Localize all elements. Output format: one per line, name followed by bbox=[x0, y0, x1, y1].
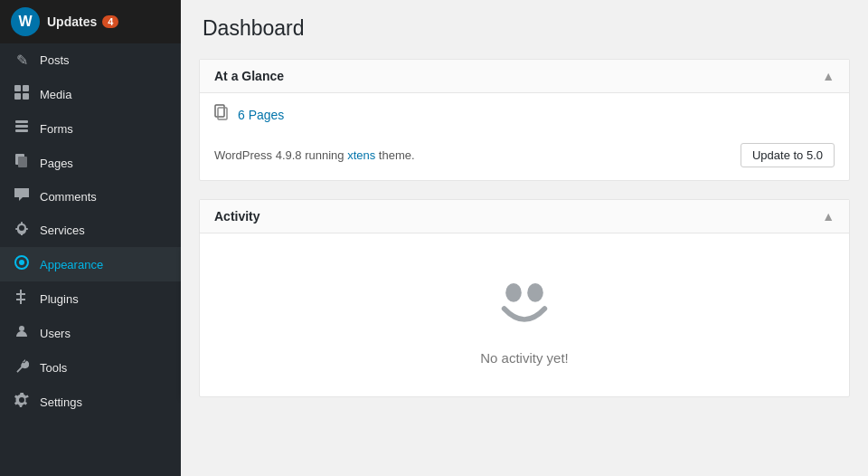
main-content-area: Dashboard At a Glance ▲ 6 Pages WordPres… bbox=[181, 0, 868, 476]
smiley-face bbox=[488, 265, 561, 338]
svg-rect-3 bbox=[23, 93, 29, 100]
forms-icon bbox=[13, 119, 31, 138]
sidebar-item-media-label: Media bbox=[40, 88, 71, 101]
at-a-glance-body: 6 Pages WordPress 4.9.8 running xtens th… bbox=[200, 93, 849, 180]
wp-version-text: WordPress 4.9.8 running xtens theme. bbox=[214, 148, 415, 162]
collapse-icon[interactable]: ▲ bbox=[822, 69, 835, 83]
page-title: Dashboard bbox=[203, 16, 846, 41]
sidebar-item-posts-label: Posts bbox=[40, 53, 70, 67]
sidebar-item-plugins[interactable]: Plugins bbox=[0, 281, 181, 316]
theme-link[interactable]: xtens bbox=[347, 148, 375, 162]
pages-icon bbox=[13, 154, 31, 172]
sidebar-item-pages-label: Pages bbox=[40, 157, 73, 170]
activity-widget: Activity ▲ No activity yet! bbox=[199, 199, 850, 397]
sidebar-item-plugins-label: Plugins bbox=[40, 292, 79, 306]
svg-rect-2 bbox=[14, 93, 21, 100]
settings-icon bbox=[13, 393, 31, 411]
updates-count: 4 bbox=[102, 15, 118, 28]
svg-rect-10 bbox=[215, 105, 224, 117]
tools-icon bbox=[13, 358, 31, 376]
svg-rect-1 bbox=[23, 85, 29, 91]
sidebar-item-users-label: Users bbox=[40, 327, 71, 340]
updates-badge[interactable]: Updates 4 bbox=[47, 14, 118, 29]
sidebar-header: W Updates 4 bbox=[0, 0, 181, 43]
page-count-icon bbox=[214, 104, 231, 125]
sidebar-item-posts[interactable]: ✎ Posts bbox=[0, 43, 181, 77]
pages-link[interactable]: 6 Pages bbox=[238, 108, 284, 122]
appearance-icon bbox=[13, 255, 31, 273]
plugins-icon bbox=[13, 290, 31, 308]
sidebar-item-settings-label: Settings bbox=[40, 395, 82, 409]
no-activity-text: No activity yet! bbox=[480, 350, 569, 366]
svg-point-13 bbox=[527, 283, 543, 302]
sidebar-item-services-label: Services bbox=[40, 224, 85, 237]
svg-rect-11 bbox=[218, 108, 227, 119]
pages-count-item: 6 Pages bbox=[214, 104, 835, 125]
main-header: Dashboard bbox=[181, 0, 868, 50]
sidebar-item-appearance[interactable]: Appearance bbox=[0, 247, 181, 281]
at-a-glance-header: At a Glance ▲ bbox=[200, 60, 849, 93]
sidebar-item-media[interactable]: Media bbox=[0, 77, 181, 111]
users-icon bbox=[13, 324, 31, 342]
sidebar-item-forms[interactable]: Forms bbox=[0, 111, 181, 146]
activity-title: Activity bbox=[214, 209, 260, 224]
dashboard-content: At a Glance ▲ 6 Pages WordPress 4.9.8 ru… bbox=[181, 50, 868, 476]
svg-rect-8 bbox=[18, 157, 27, 167]
services-icon bbox=[13, 221, 31, 239]
sidebar-item-appearance-label: Appearance bbox=[40, 258, 103, 271]
sidebar-item-comments-label: Comments bbox=[40, 190, 97, 204]
svg-rect-0 bbox=[14, 85, 21, 91]
update-button[interactable]: Update to 5.0 bbox=[741, 143, 835, 167]
activity-collapse-icon[interactable]: ▲ bbox=[822, 209, 835, 224]
at-a-glance-widget: At a Glance ▲ 6 Pages WordPress 4.9.8 ru… bbox=[199, 59, 850, 181]
sidebar-item-users[interactable]: Users bbox=[0, 316, 181, 350]
at-a-glance-title: At a Glance bbox=[214, 69, 284, 83]
svg-point-12 bbox=[505, 283, 522, 302]
posts-icon: ✎ bbox=[13, 52, 31, 69]
svg-rect-4 bbox=[15, 120, 28, 123]
sidebar-item-tools-label: Tools bbox=[40, 361, 67, 375]
wp-info-row: WordPress 4.9.8 running xtens theme. Upd… bbox=[214, 134, 835, 169]
activity-body: No activity yet! bbox=[200, 233, 849, 396]
sidebar-item-appearance-wrapper: Appearance Themes Customize Widgets Menu… bbox=[0, 247, 181, 281]
media-icon bbox=[13, 85, 31, 103]
sidebar-nav: ✎ Posts Media Forms Pages bbox=[0, 43, 181, 476]
sidebar-item-tools[interactable]: Tools bbox=[0, 350, 181, 385]
sidebar-item-comments[interactable]: Comments bbox=[0, 180, 181, 213]
svg-rect-6 bbox=[15, 129, 28, 132]
wp-logo: W bbox=[11, 7, 40, 36]
sidebar-item-pages[interactable]: Pages bbox=[0, 146, 181, 180]
svg-point-9 bbox=[19, 326, 24, 331]
svg-rect-5 bbox=[15, 125, 28, 128]
updates-label: Updates bbox=[47, 14, 97, 29]
sidebar-item-services[interactable]: Services bbox=[0, 213, 181, 247]
sidebar: W Updates 4 ✎ Posts Media Forms bbox=[0, 0, 181, 476]
sidebar-item-forms-label: Forms bbox=[40, 122, 73, 136]
comments-icon bbox=[13, 188, 31, 205]
activity-header: Activity ▲ bbox=[200, 200, 849, 233]
sidebar-item-settings[interactable]: Settings bbox=[0, 385, 181, 419]
